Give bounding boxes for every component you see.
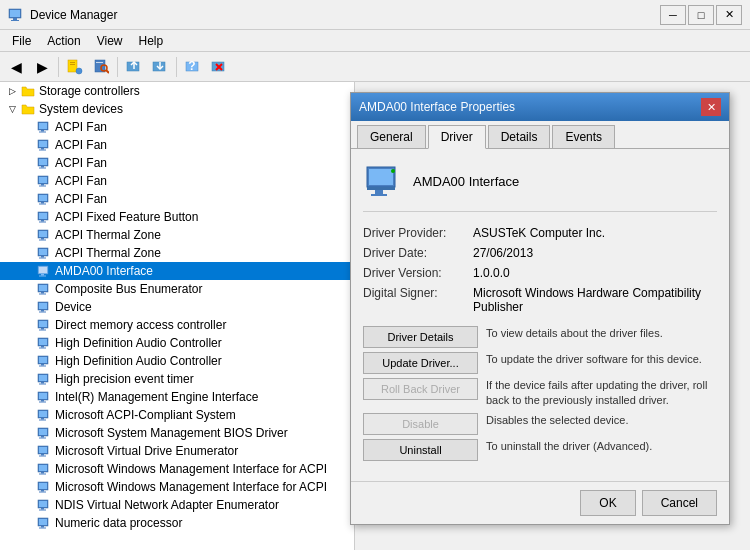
svg-rect-94 [41, 454, 44, 456]
svg-rect-75 [39, 366, 46, 367]
list-item[interactable]: High Definition Audio Controller [0, 352, 354, 370]
list-item[interactable]: ACPI Fan [0, 172, 354, 190]
cancel-button[interactable]: Cancel [642, 490, 717, 516]
list-item[interactable]: ACPI Fan [0, 136, 354, 154]
svg-rect-38 [41, 202, 44, 204]
tree-label: High Definition Audio Controller [55, 354, 222, 368]
list-item[interactable]: Microsoft Windows Management Interface f… [0, 460, 354, 478]
driver-provider-row: Driver Provider: ASUSTeK Computer Inc. [363, 226, 717, 240]
svg-rect-70 [41, 346, 44, 348]
list-item[interactable]: Numeric data processor [0, 514, 354, 532]
svg-rect-37 [39, 195, 47, 201]
svg-rect-46 [41, 238, 44, 240]
menu-help[interactable]: Help [131, 32, 172, 50]
tree-label: Microsoft Windows Management Interface f… [55, 480, 327, 494]
device-tree[interactable]: ▷ Storage controllers ▽ System devices [0, 82, 355, 550]
svg-rect-90 [41, 436, 44, 438]
ok-button[interactable]: OK [580, 490, 635, 516]
svg-rect-93 [39, 447, 47, 453]
tree-label: ACPI Thermal Zone [55, 228, 161, 242]
list-item[interactable]: Composite Bus Enumerator [0, 280, 354, 298]
svg-rect-87 [39, 420, 46, 421]
action-rows: Driver Details To view details about the… [363, 326, 717, 461]
svg-rect-23 [39, 132, 46, 133]
tree-label: System devices [39, 102, 123, 116]
svg-rect-33 [39, 177, 47, 183]
tree-label: Device [55, 300, 92, 314]
list-item[interactable]: ACPI Fan [0, 154, 354, 172]
close-button[interactable]: ✕ [716, 5, 742, 25]
update-driver-button[interactable]: Update Driver... [363, 352, 478, 374]
list-item[interactable]: ACPI Fixed Feature Button [0, 208, 354, 226]
toolbar-forward[interactable]: ▶ [30, 55, 54, 79]
list-item[interactable]: NDIS Virtual Network Adapter Enumerator [0, 496, 354, 514]
toolbar-rollback[interactable] [148, 55, 172, 79]
list-item[interactable]: High precision event timer [0, 370, 354, 388]
list-item[interactable]: ACPI Thermal Zone [0, 244, 354, 262]
folder-icon [20, 83, 36, 99]
list-item[interactable]: Microsoft Windows Management Interface f… [0, 478, 354, 496]
tab-events[interactable]: Events [552, 125, 615, 148]
window-controls[interactable]: ─ □ ✕ [660, 5, 742, 25]
svg-rect-89 [39, 429, 47, 435]
tree-label: ACPI Fixed Feature Button [55, 210, 198, 224]
expand-icon: ▽ [4, 104, 20, 114]
toolbar-help[interactable]: ? [181, 55, 205, 79]
action-desc-3: Disables the selected device. [486, 413, 717, 428]
svg-rect-21 [39, 123, 47, 129]
list-item-amda00[interactable]: AMDA00 Interface [0, 262, 354, 280]
toolbar-sep-3 [176, 57, 177, 77]
toolbar-back[interactable]: ◀ [4, 55, 28, 79]
toolbar-remove[interactable] [207, 55, 231, 79]
tree-label: Storage controllers [39, 84, 140, 98]
svg-rect-42 [41, 220, 44, 222]
svg-rect-9 [96, 62, 103, 63]
disable-button[interactable]: Disable [363, 413, 478, 435]
tree-item-system[interactable]: ▽ System devices [0, 100, 354, 118]
driver-date-label: Driver Date: [363, 246, 473, 260]
list-item[interactable]: Microsoft ACPI-Compliant System [0, 406, 354, 424]
tab-driver[interactable]: Driver [428, 125, 486, 149]
tab-details[interactable]: Details [488, 125, 551, 148]
tree-label: Microsoft ACPI-Compliant System [55, 408, 236, 422]
menu-action[interactable]: Action [39, 32, 88, 50]
svg-rect-113 [369, 169, 393, 185]
dialog-close-button[interactable]: ✕ [701, 98, 721, 116]
list-item[interactable]: Direct memory access controller [0, 316, 354, 334]
tab-general[interactable]: General [357, 125, 426, 148]
action-desc-2: If the device fails after updating the d… [486, 378, 717, 409]
list-item[interactable]: ACPI Fan [0, 190, 354, 208]
driver-details-button[interactable]: Driver Details [363, 326, 478, 348]
toolbar-properties[interactable] [63, 55, 87, 79]
toolbar-scan[interactable] [89, 55, 113, 79]
svg-rect-71 [39, 348, 46, 349]
svg-rect-29 [39, 159, 47, 165]
list-item[interactable]: ACPI Fan [0, 118, 354, 136]
list-item[interactable]: High Definition Audio Controller [0, 334, 354, 352]
device-icon [36, 371, 52, 387]
svg-rect-55 [39, 276, 46, 277]
toolbar-update[interactable] [122, 55, 146, 79]
list-item[interactable]: Device [0, 298, 354, 316]
tree-label: Composite Bus Enumerator [55, 282, 202, 296]
driver-provider-value: ASUSTeK Computer Inc. [473, 226, 605, 240]
uninstall-button[interactable]: Uninstall [363, 439, 478, 461]
device-icon [36, 281, 52, 297]
device-icon [36, 155, 52, 171]
rollback-driver-button[interactable]: Roll Back Driver [363, 378, 478, 400]
menu-view[interactable]: View [89, 32, 131, 50]
svg-rect-85 [39, 411, 47, 417]
minimize-button[interactable]: ─ [660, 5, 686, 25]
device-name: AMDA00 Interface [413, 174, 519, 189]
maximize-button[interactable]: □ [688, 5, 714, 25]
list-item[interactable]: ACPI Thermal Zone [0, 226, 354, 244]
driver-version-row: Driver Version: 1.0.0.0 [363, 266, 717, 280]
svg-rect-63 [39, 312, 46, 313]
list-item[interactable]: Intel(R) Management Engine Interface [0, 388, 354, 406]
menu-file[interactable]: File [4, 32, 39, 50]
list-item[interactable]: Microsoft Virtual Drive Enumerator [0, 442, 354, 460]
tree-item-storage[interactable]: ▷ Storage controllers [0, 82, 354, 100]
list-item[interactable]: Microsoft System Management BIOS Driver [0, 424, 354, 442]
svg-rect-45 [39, 231, 47, 237]
svg-rect-6 [70, 64, 75, 65]
